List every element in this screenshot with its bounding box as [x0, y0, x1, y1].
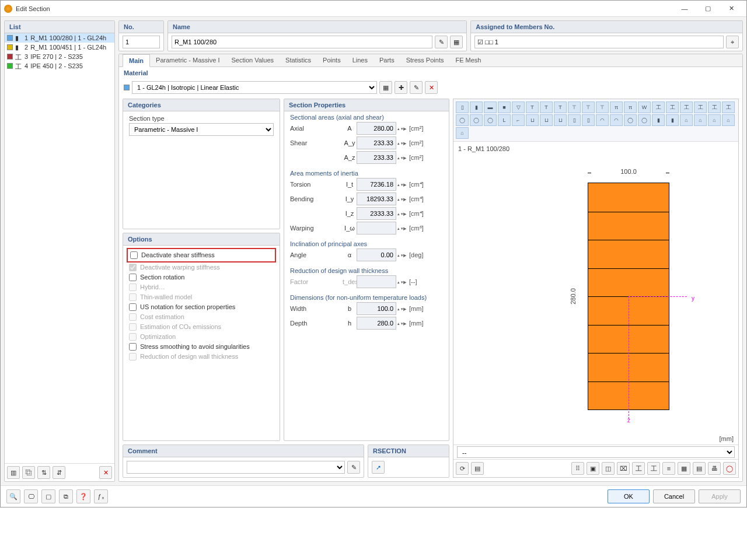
shape-button-40[interactable]: ⌂ [456, 127, 469, 139]
shape-button-2[interactable]: ▬ [484, 102, 497, 113]
list-delete-button[interactable]: ✕ [99, 466, 112, 479]
shape-button-38[interactable]: ⌂ [708, 114, 721, 126]
material-library-button[interactable]: ▦ [379, 81, 392, 94]
prop-input[interactable] [357, 317, 396, 330]
preview-tool-b[interactable]: ▣ [587, 462, 599, 475]
footer-tool-4[interactable]: ⧉ [59, 489, 73, 503]
preview-tool-d[interactable]: ⌧ [617, 462, 630, 475]
prop-input[interactable] [357, 151, 396, 164]
prop-input[interactable] [357, 302, 396, 315]
tab-parametric-massive-i[interactable]: Parametric - Massive I [150, 54, 225, 66]
preview-view-select[interactable]: -- [457, 446, 735, 458]
tab-statistics[interactable]: Statistics [280, 54, 317, 66]
prop-input[interactable] [357, 207, 396, 220]
tab-parts[interactable]: Parts [374, 54, 400, 66]
preview-tool-i[interactable]: ▤ [693, 462, 706, 475]
tab-main[interactable]: Main [123, 54, 150, 67]
name-pick-button[interactable]: ▦ [450, 36, 463, 48]
shape-button-0[interactable]: ▯ [456, 102, 469, 113]
shape-button-34[interactable]: ▮ [652, 114, 665, 126]
name-edit-button[interactable]: ✎ [435, 36, 448, 48]
list-copy-button[interactable]: ⿻ [22, 466, 35, 479]
preview-tool-2[interactable]: ▤ [471, 462, 484, 475]
preview-tool-h[interactable]: ▦ [678, 462, 690, 475]
tab-points[interactable]: Points [317, 54, 347, 66]
assigned-pick-button[interactable]: ⌖ [726, 36, 739, 48]
shape-button-22[interactable]: ◯ [484, 114, 497, 126]
footer-tool-3[interactable]: ▢ [41, 489, 55, 503]
shape-button-3[interactable]: ■ [498, 102, 511, 113]
shape-button-21[interactable]: ◯ [470, 114, 483, 126]
shape-button-18[interactable]: 工 [708, 102, 721, 113]
prop-input[interactable] [357, 249, 396, 261]
preview-tool-e[interactable]: 工 [632, 462, 645, 475]
checkbox-deact-shear[interactable] [130, 251, 138, 259]
close-button[interactable]: ✕ [720, 1, 743, 17]
prop-input[interactable] [357, 122, 396, 135]
maximize-button[interactable]: ▢ [696, 1, 720, 17]
list-item-1[interactable]: ▮1R_M1 100/280 | 1 - GL24h [5, 33, 114, 43]
tab-section-values[interactable]: Section Values [225, 54, 280, 66]
footer-tool-5[interactable]: ❓ [76, 489, 90, 503]
shape-button-1[interactable]: ▮ [470, 102, 483, 113]
tab-fe-mesh[interactable]: FE Mesh [449, 54, 487, 66]
shape-button-28[interactable]: ▯ [568, 114, 581, 126]
shape-button-11[interactable]: π [610, 102, 623, 113]
section-type-select[interactable]: Parametric - Massive I [129, 123, 274, 136]
shape-button-16[interactable]: 工 [680, 102, 693, 113]
checkbox-us-not[interactable] [129, 303, 137, 311]
checkbox-sec-rot[interactable] [129, 274, 137, 281]
preview-tool-refresh[interactable]: ◯ [723, 462, 736, 475]
checkbox-smooth[interactable] [129, 343, 137, 351]
shape-button-25[interactable]: ⊔ [526, 114, 539, 126]
shape-button-33[interactable]: ◯ [638, 114, 651, 126]
material-select[interactable]: 1 - GL24h | Isotropic | Linear Elastic [132, 81, 377, 94]
shape-button-20[interactable]: ◯ [456, 114, 469, 126]
shape-button-27[interactable]: ⊔ [554, 114, 567, 126]
list-item-2[interactable]: ▮2R_M1 100/451 | 1 - GL24h [5, 43, 114, 52]
shape-button-8[interactable]: ⊤ [568, 102, 581, 113]
footer-tool-6[interactable]: ƒₓ [94, 489, 108, 503]
shape-button-17[interactable]: 工 [694, 102, 707, 113]
prop-input[interactable] [357, 136, 396, 149]
shape-button-24[interactable]: ⌐ [512, 114, 525, 126]
assigned-input[interactable] [474, 36, 724, 48]
section-list[interactable]: ▮1R_M1 100/280 | 1 - GL24h▮2R_M1 100/451… [5, 33, 114, 463]
comment-edit-button[interactable]: ✎ [347, 461, 360, 474]
shape-button-9[interactable]: ⊤ [582, 102, 595, 113]
preview-tool-1[interactable]: ⟳ [456, 462, 469, 475]
shape-button-30[interactable]: ◠ [596, 114, 609, 126]
list-item-4[interactable]: 工4IPE 450 | 2 - S235 [5, 61, 114, 71]
list-new-button[interactable]: ▥ [7, 466, 20, 479]
prop-input[interactable] [357, 178, 396, 191]
material-new-button[interactable]: ✚ [395, 81, 407, 94]
footer-tool-1[interactable]: 🔍 [6, 489, 20, 503]
cancel-button[interactable]: Cancel [653, 489, 695, 503]
shape-button-31[interactable]: ◠ [610, 114, 623, 126]
shape-button-23[interactable]: L [498, 114, 511, 126]
shape-button-36[interactable]: ⌂ [680, 114, 693, 126]
rsection-button[interactable]: ➚ [372, 461, 385, 474]
shape-button-6[interactable]: T [540, 102, 553, 113]
list-item-3[interactable]: 工3IPE 270 | 2 - S235 [5, 52, 114, 61]
tab-stress-points[interactable]: Stress Points [400, 54, 450, 66]
shape-button-15[interactable]: 工 [666, 102, 679, 113]
footer-tool-2[interactable]: 🖵 [24, 489, 38, 503]
name-input[interactable] [172, 36, 432, 48]
preview-tool-c[interactable]: ◫ [602, 462, 615, 475]
material-delete-button[interactable]: ✕ [425, 81, 438, 94]
preview-tool-a[interactable]: ⠿ [571, 462, 584, 475]
shape-button-4[interactable]: ▽ [512, 102, 525, 113]
shape-button-12[interactable]: π [624, 102, 637, 113]
list-sort-b-button[interactable]: ⇵ [53, 466, 65, 479]
tab-lines[interactable]: Lines [347, 54, 374, 66]
no-input[interactable] [123, 36, 160, 48]
shape-button-35[interactable]: ▮ [666, 114, 679, 126]
material-edit-button[interactable]: ✎ [410, 81, 423, 94]
shape-button-29[interactable]: ▯ [582, 114, 595, 126]
minimize-button[interactable]: — [673, 1, 696, 17]
shape-button-19[interactable]: 工 [722, 102, 735, 113]
shape-button-7[interactable]: T [554, 102, 567, 113]
ok-button[interactable]: OK [608, 489, 650, 503]
preview-tool-print[interactable]: 🖶 [708, 462, 721, 475]
